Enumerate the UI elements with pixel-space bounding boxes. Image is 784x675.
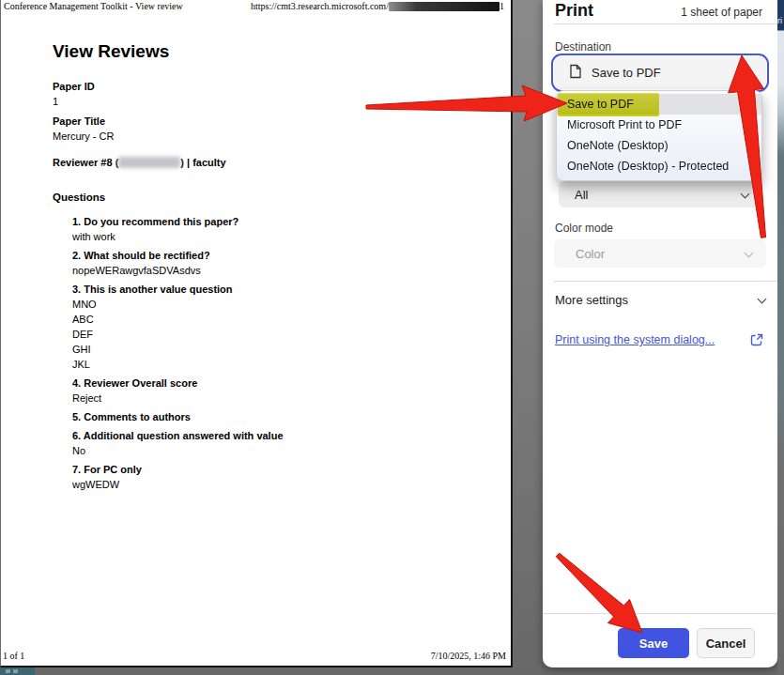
answer-text: DEF bbox=[72, 327, 284, 342]
destination-selected-value: Save to PDF bbox=[592, 66, 661, 80]
sheet-count-label: 1 sheet of paper bbox=[681, 6, 762, 19]
more-settings-toggle[interactable]: More settings bbox=[555, 293, 765, 307]
question-text: 7. For PC only bbox=[72, 462, 284, 477]
question-block: 3. This is another value questionMNOABCD… bbox=[72, 282, 284, 372]
answer-text: wgWEDW bbox=[72, 477, 284, 492]
questions-list: 1. Do you recommend this paper?with work… bbox=[72, 214, 284, 496]
question-text: 1. Do you recommend this paper? bbox=[72, 214, 284, 229]
paper-fields: Paper ID1Paper TitleMercury - CR bbox=[53, 79, 114, 148]
cancel-button[interactable]: Cancel bbox=[697, 628, 755, 658]
destination-label: Destination bbox=[555, 40, 611, 54]
header-divider bbox=[554, 23, 777, 24]
more-settings-label: More settings bbox=[555, 293, 628, 307]
reviewer-prefix: Reviewer #8 ( bbox=[53, 157, 118, 168]
question-text: 4. Reviewer Overall score bbox=[72, 376, 284, 391]
destination-option[interactable]: Save to PDF bbox=[557, 94, 761, 115]
panel-title: Print bbox=[555, 1, 593, 21]
field-label: Paper Title bbox=[53, 114, 114, 129]
edge-text-fragment: ri bbox=[777, 16, 782, 25]
document-icon bbox=[569, 64, 582, 82]
page-count: 1 of 1 bbox=[3, 651, 24, 661]
chevron-down-icon bbox=[758, 294, 767, 303]
pages-dropdown[interactable]: All bbox=[559, 181, 762, 207]
reviewer-suffix: ) | faculty bbox=[180, 157, 225, 168]
question-block: 4. Reviewer Overall scoreReject bbox=[72, 376, 284, 406]
reviewer-line: Reviewer #8 () | faculty bbox=[53, 157, 226, 168]
external-link-icon bbox=[750, 333, 763, 349]
answer-text: No bbox=[72, 443, 284, 458]
questions-heading: Questions bbox=[53, 192, 105, 203]
chevron-down-icon bbox=[745, 249, 754, 258]
field-value: 1 bbox=[53, 94, 114, 109]
answer-text: nopeWERawgvfaSDVAsdvs bbox=[72, 263, 284, 278]
footer-divider bbox=[543, 613, 777, 614]
question-block: 5. Comments to authors bbox=[72, 409, 284, 424]
print-dialog-screen: Conference Management Toolkit - View rev… bbox=[0, 0, 784, 675]
paper-field: Paper TitleMercury - CR bbox=[53, 114, 114, 144]
question-text: 6. Additional question answered with val… bbox=[72, 428, 284, 443]
question-block: 2. What should be rectified?nopeWERawgvf… bbox=[72, 248, 284, 278]
answer-text: GHI bbox=[72, 342, 284, 357]
question-text: 2. What should be rectified? bbox=[72, 248, 284, 263]
question-block: 6. Additional question answered with val… bbox=[72, 428, 284, 458]
chevron-down-icon bbox=[741, 190, 750, 199]
question-block: 7. For PC onlywgWEDW bbox=[72, 462, 284, 492]
question-text: 3. This is another value question bbox=[72, 282, 284, 297]
document-body: View Reviews Paper ID1Paper TitleMercury… bbox=[1, 0, 511, 666]
destination-option[interactable]: OneNote (Desktop) bbox=[557, 135, 761, 156]
redacted-reviewer-name bbox=[118, 157, 180, 168]
print-timestamp: 7/10/2025, 1:46 PM bbox=[431, 651, 506, 661]
system-dialog-link[interactable]: Print using the system dialog... bbox=[555, 333, 715, 346]
answer-text: with work bbox=[72, 229, 284, 244]
question-text: 5. Comments to authors bbox=[72, 409, 284, 424]
answer-text: Reject bbox=[72, 391, 284, 406]
destination-options-popup: Save to PDFMicrosoft Print to PDFOneNote… bbox=[556, 90, 762, 181]
answer-text: ABC bbox=[72, 312, 284, 327]
answer-text: JKL bbox=[72, 357, 284, 372]
destination-dropdown[interactable]: Save to PDF bbox=[554, 56, 766, 89]
field-label: Paper ID bbox=[53, 79, 114, 94]
color-mode-label: Color mode bbox=[555, 222, 613, 235]
answer-text: MNO bbox=[72, 297, 284, 312]
print-settings-panel: Print 1 sheet of paper Destination Save … bbox=[543, 0, 777, 667]
color-mode-selected-value: Color bbox=[576, 247, 605, 261]
field-value: Mercury - CR bbox=[53, 129, 114, 144]
print-preview-page: Conference Management Toolkit - View rev… bbox=[0, 0, 513, 667]
chevron-down-icon bbox=[744, 69, 753, 78]
question-block: 1. Do you recommend this paper?with work bbox=[72, 214, 284, 244]
site-logo-fragment bbox=[0, 667, 35, 675]
save-button[interactable]: Save bbox=[618, 628, 689, 658]
paper-field: Paper ID1 bbox=[53, 79, 114, 109]
pages-selected-value: All bbox=[575, 188, 588, 202]
color-mode-dropdown[interactable]: Color bbox=[554, 239, 766, 268]
destination-option[interactable]: Microsoft Print to PDF bbox=[557, 115, 761, 135]
destination-option[interactable]: OneNote (Desktop) - Protected bbox=[557, 156, 761, 176]
section-divider bbox=[554, 281, 777, 282]
page-title: View Reviews bbox=[53, 41, 169, 62]
yellow-highlight-annotation bbox=[558, 93, 659, 116]
browser-window-edge: ri bbox=[777, 0, 784, 675]
